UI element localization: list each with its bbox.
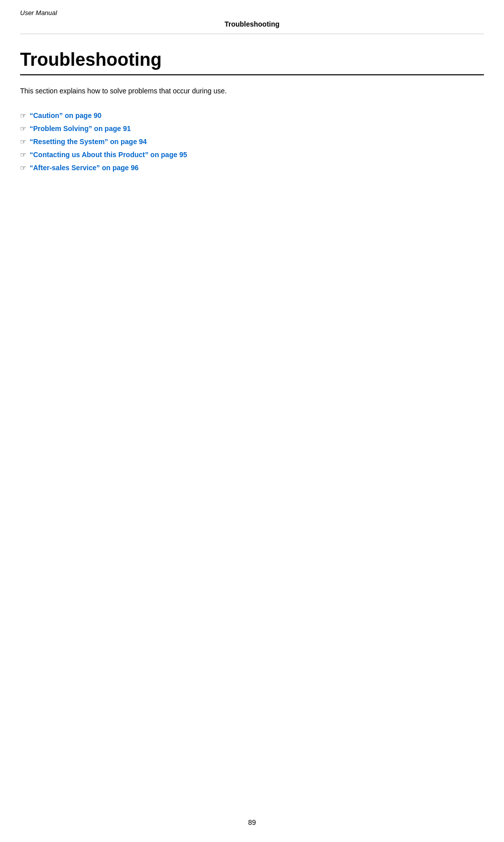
arrow-icon-1: ☞ [20,111,27,119]
page-header: User Manual Troubleshooting [0,0,504,29]
list-item: ☞ “Resetting the System” on page 94 [20,138,484,146]
section-description: This section explains how to solve probl… [20,85,484,96]
header-top: User Manual [20,9,484,17]
header-center: Troubleshooting [20,20,484,29]
links-section: ☞ “Caution” on page 90 ☞ “Problem Solvin… [20,111,484,172]
arrow-icon-3: ☞ [20,138,27,146]
page-footer: 89 [0,818,504,827]
list-item: ☞ “Contacting us About this Product” on … [20,151,484,159]
link-problem-solving[interactable]: “Problem Solving” on page 91 [30,125,131,133]
list-item: ☞ “Problem Solving” on page 91 [20,125,484,133]
arrow-icon-5: ☞ [20,164,27,172]
link-contacting-us[interactable]: “Contacting us About this Product” on pa… [30,151,187,159]
user-manual-label: User Manual [20,9,57,17]
section-title: Troubleshooting [20,49,484,75]
link-caution[interactable]: “Caution” on page 90 [30,111,101,119]
arrow-icon-4: ☞ [20,151,27,159]
page-number: 89 [248,818,256,826]
link-after-sales[interactable]: “After-sales Service” on page 96 [30,164,139,172]
header-title: Troubleshooting [224,20,280,28]
arrow-icon-2: ☞ [20,125,27,133]
main-content: Troubleshooting This section explains ho… [0,34,504,207]
list-item: ☞ “Caution” on page 90 [20,111,484,119]
link-resetting-system[interactable]: “Resetting the System” on page 94 [30,138,147,146]
list-item: ☞ “After-sales Service” on page 96 [20,164,484,172]
